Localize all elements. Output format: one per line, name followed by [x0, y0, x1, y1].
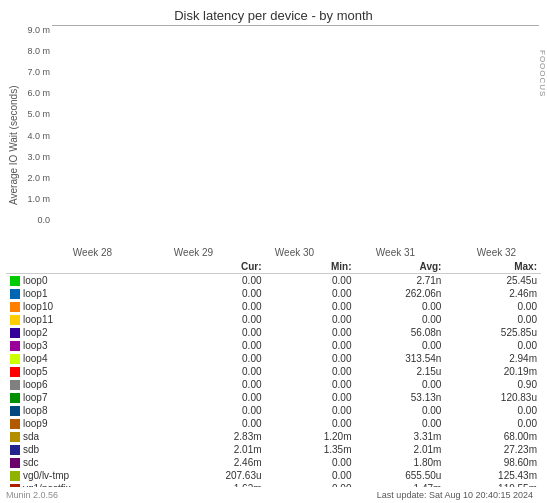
device-label: loop5 [23, 366, 47, 377]
col-header-Cur: Cur: [176, 260, 266, 274]
device-name-cell: loop6 [6, 378, 176, 391]
device-avg: 2.15u [355, 365, 445, 378]
main-container: Disk latency per device - by month Avera… [0, 0, 547, 503]
last-update: Last update: Sat Aug 10 20:40:15 2024 [369, 489, 541, 501]
x-axis-labels: Week 28Week 29Week 30Week 31Week 32 [0, 245, 547, 258]
device-max: 98.60m [445, 456, 541, 469]
device-name-cell: loop1 [6, 287, 176, 300]
side-label: FOOOCUS [538, 50, 547, 97]
device-min: 0.00 [266, 456, 356, 469]
device-avg: 2.01m [355, 443, 445, 456]
device-avg: 0.00 [355, 339, 445, 352]
device-name-cell: loop5 [6, 365, 176, 378]
device-cur: 0.00 [176, 365, 266, 378]
device-label: sda [23, 431, 39, 442]
device-max: 25.45u [445, 274, 541, 288]
col-header-Avg: Avg: [355, 260, 445, 274]
device-name-cell: loop9 [6, 417, 176, 430]
device-cur: 0.00 [176, 326, 266, 339]
device-max: 2.94m [445, 352, 541, 365]
device-avg: 53.13n [355, 391, 445, 404]
chart-title: Disk latency per device - by month [0, 0, 547, 25]
device-label: sdc [23, 457, 39, 468]
device-max: 20.19m [445, 365, 541, 378]
legend-table: Cur:Min:Avg:Max: loop00.000.002.71n25.45… [6, 260, 541, 487]
device-avg: 0.00 [355, 378, 445, 391]
table-row: sda2.83m1.20m3.31m68.00m [6, 430, 541, 443]
table-row: vg0/lv-tmp207.63u0.00655.50u125.43m [6, 469, 541, 482]
device-cur: 0.00 [176, 300, 266, 313]
device-min: 0.00 [266, 326, 356, 339]
device-label: loop4 [23, 353, 47, 364]
device-color-box [10, 471, 20, 481]
device-name-cell: loop10 [6, 300, 176, 313]
chart-area: Average IO Wait (seconds) 9.0 m8.0 m7.0 … [8, 25, 539, 245]
device-avg: 2.71n [355, 274, 445, 288]
y-axis-label: Average IO Wait (seconds) [8, 25, 22, 245]
x-tick: Week 28 [42, 247, 143, 258]
device-label: loop11 [23, 314, 53, 325]
device-min: 0.00 [266, 274, 356, 288]
device-color-box [10, 328, 20, 338]
x-tick: Week 31 [345, 247, 446, 258]
device-label: loop1 [23, 288, 47, 299]
device-name-cell: sda [6, 430, 176, 443]
device-name-cell: vg0/lv-tmp [6, 469, 176, 482]
table-row: loop30.000.000.000.00 [6, 339, 541, 352]
device-avg: 0.00 [355, 313, 445, 326]
device-min: 0.00 [266, 300, 356, 313]
y-tick: 9.0 m [22, 25, 50, 35]
device-min: 1.35m [266, 443, 356, 456]
device-color-box [10, 419, 20, 429]
device-min: 0.00 [266, 417, 356, 430]
device-avg: 313.54n [355, 352, 445, 365]
device-color-box [10, 367, 20, 377]
device-avg: 3.31m [355, 430, 445, 443]
table-row: sdb2.01m1.35m2.01m27.23m [6, 443, 541, 456]
device-cur: 2.46m [176, 456, 266, 469]
device-min: 0.00 [266, 287, 356, 300]
y-tick: 7.0 m [22, 67, 50, 77]
device-avg: 0.00 [355, 404, 445, 417]
table-row: loop90.000.000.000.00 [6, 417, 541, 430]
device-min: 1.20m [266, 430, 356, 443]
device-name-cell: sdc [6, 456, 176, 469]
device-max: 125.43m [445, 469, 541, 482]
device-name-cell: loop11 [6, 313, 176, 326]
device-color-box [10, 302, 20, 312]
device-cur: 2.83m [176, 430, 266, 443]
device-cur: 2.01m [176, 443, 266, 456]
device-label: loop0 [23, 275, 47, 286]
device-cur: 207.63u [176, 469, 266, 482]
table-row: sdc2.46m0.001.80m98.60m [6, 456, 541, 469]
y-tick: 8.0 m [22, 46, 50, 56]
col-header-name [6, 260, 176, 274]
device-max: 0.00 [445, 300, 541, 313]
device-name-cell: sdb [6, 443, 176, 456]
device-name-cell: loop8 [6, 404, 176, 417]
device-max: 0.90 [445, 378, 541, 391]
device-cur: 0.00 [176, 404, 266, 417]
device-avg: 0.00 [355, 417, 445, 430]
device-cur: 0.00 [176, 339, 266, 352]
device-min: 0.00 [266, 365, 356, 378]
x-tick: Week 32 [446, 247, 547, 258]
device-color-box [10, 380, 20, 390]
device-avg: 1.80m [355, 456, 445, 469]
device-max: 525.85u [445, 326, 541, 339]
device-color-box [10, 276, 20, 286]
table-row: loop100.000.000.000.00 [6, 300, 541, 313]
device-avg: 56.08n [355, 326, 445, 339]
table-row: loop00.000.002.71n25.45u [6, 274, 541, 288]
device-min: 0.00 [266, 352, 356, 365]
device-cur: 0.00 [176, 313, 266, 326]
device-max: 2.46m [445, 287, 541, 300]
table-row: loop80.000.000.000.00 [6, 404, 541, 417]
device-cur: 0.00 [176, 274, 266, 288]
device-cur: 0.00 [176, 417, 266, 430]
device-cur: 0.00 [176, 378, 266, 391]
device-color-box [10, 458, 20, 468]
device-color-box [10, 432, 20, 442]
table-row: loop110.000.000.000.00 [6, 313, 541, 326]
device-label: loop3 [23, 340, 47, 351]
